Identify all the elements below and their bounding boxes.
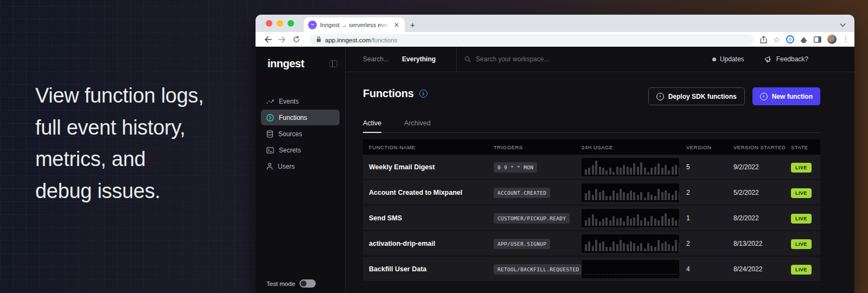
url-bar[interactable]: app.inngest.com/functions bbox=[310, 34, 754, 45]
sparkline-bar bbox=[647, 172, 649, 175]
function-row[interactable]: Backfill User DataRETOOL/BACKFILL.REQUES… bbox=[363, 257, 820, 282]
zoom-window-button[interactable] bbox=[288, 20, 294, 27]
sparkline-bar bbox=[661, 192, 663, 200]
sidebar-collapse-icon[interactable] bbox=[329, 60, 337, 67]
sparkline-bar bbox=[592, 246, 594, 251]
sparkline-bar bbox=[592, 165, 594, 175]
new-function-button[interactable]: › New function bbox=[752, 87, 820, 105]
usage-sparkline bbox=[582, 158, 679, 176]
hero-line: debug issues. bbox=[35, 175, 203, 207]
side-panel-icon[interactable] bbox=[814, 36, 821, 43]
hero-headline: View function logs, full event history, … bbox=[35, 80, 203, 207]
function-name: Weekly Email Digest bbox=[363, 163, 494, 171]
function-name: Account Created to Mixpanel bbox=[363, 189, 494, 196]
sidebar-item-label: Functions bbox=[279, 114, 307, 122]
sparkline-bar bbox=[616, 244, 618, 251]
tab-archived[interactable]: Archived bbox=[404, 119, 431, 132]
inngest-logo: inngest bbox=[267, 58, 304, 70]
sparkline-bar bbox=[599, 192, 601, 200]
trigger-cell: 0 9 * * MON bbox=[494, 162, 582, 173]
sparkline-bar bbox=[595, 189, 597, 200]
usage-sparkline bbox=[582, 183, 679, 202]
state-cell: LIVE bbox=[791, 238, 820, 249]
browser-window: ~ Inngest → serverless event-dri ✕ + ap bbox=[256, 15, 854, 293]
test-mode-toggle[interactable] bbox=[299, 279, 316, 288]
search-menu-label[interactable]: Search... bbox=[363, 55, 389, 63]
browser-tab[interactable]: ~ Inngest → serverless event-dri ✕ bbox=[304, 17, 405, 32]
info-icon[interactable]: i bbox=[419, 90, 427, 98]
sidebar-item-secrets[interactable]: Secrets bbox=[261, 142, 340, 158]
tabstrip-chevron-down-icon[interactable] bbox=[840, 20, 846, 29]
sparkline-bar bbox=[620, 168, 622, 174]
tab-close-icon[interactable]: ✕ bbox=[393, 21, 400, 29]
function-version: 2 bbox=[686, 240, 733, 247]
function-name: Backfill User Data bbox=[363, 265, 494, 273]
function-name: Send SMS bbox=[363, 214, 494, 222]
sparkline-bar bbox=[647, 221, 649, 225]
sidebar-item-sources[interactable]: Sources bbox=[261, 126, 340, 142]
share-icon[interactable] bbox=[760, 36, 767, 43]
function-version: 4 bbox=[686, 265, 733, 273]
forward-icon[interactable] bbox=[276, 36, 288, 43]
function-row[interactable]: Send SMSCUSTOMER/PICKUP.READY18/2/2022LI… bbox=[363, 206, 820, 231]
sparkline-bar bbox=[620, 240, 622, 251]
minimize-window-button[interactable] bbox=[277, 20, 283, 27]
sparkline-bar bbox=[668, 244, 670, 251]
sparkline-bar bbox=[588, 168, 590, 174]
sidebar-item-functions[interactable]: Functions bbox=[261, 110, 340, 125]
megaphone-icon bbox=[764, 56, 772, 63]
play-circle-icon: › bbox=[656, 93, 664, 100]
sparkline-bar bbox=[633, 163, 635, 174]
usage-cell bbox=[582, 260, 686, 278]
sparkline-bar bbox=[602, 168, 604, 174]
bookmark-star-icon[interactable]: ☆ bbox=[773, 36, 780, 43]
lock-icon bbox=[316, 36, 321, 42]
back-icon[interactable] bbox=[262, 36, 274, 43]
sparkline-bar bbox=[658, 163, 660, 174]
sparkline-bar bbox=[620, 218, 622, 226]
search-scope-everything[interactable]: Everything bbox=[402, 55, 436, 63]
sparkline-bar bbox=[605, 218, 608, 226]
sparkline-bar bbox=[650, 168, 653, 174]
status-badge: LIVE bbox=[791, 239, 812, 249]
sparkline-bar bbox=[675, 240, 677, 251]
sparkline-bar bbox=[602, 219, 604, 225]
play-circle-icon: › bbox=[760, 93, 768, 100]
sidebar-nav: Events Functions Sources Secrets bbox=[256, 93, 345, 174]
hero-line: full event history, bbox=[35, 112, 203, 144]
sparkline-bar bbox=[630, 190, 632, 200]
new-tab-button[interactable]: + bbox=[410, 20, 415, 29]
state-cell: LIVE bbox=[791, 213, 820, 224]
sidebar-item-users[interactable]: Users bbox=[261, 158, 340, 174]
sparkline-bar bbox=[605, 170, 608, 174]
reload-icon[interactable] bbox=[290, 36, 302, 43]
sparkline-bar bbox=[654, 196, 656, 200]
functions-page: Functions i › Deploy SDK functions › New… bbox=[346, 72, 854, 293]
workspace-topbar: Search... Everything Search your workspa… bbox=[346, 47, 854, 72]
sparkline-bar bbox=[633, 192, 635, 200]
sparkline-bar bbox=[602, 190, 604, 200]
profile-avatar[interactable] bbox=[827, 35, 837, 44]
feedback-link[interactable]: Feedback? bbox=[764, 55, 808, 63]
close-window-button[interactable] bbox=[266, 20, 272, 27]
sparkline-bar bbox=[627, 244, 629, 251]
browser-menu-kebab-icon[interactable]: ⋮ bbox=[843, 36, 849, 43]
function-row[interactable]: activation-drip-emailAPP/USER.SIGNUP28/1… bbox=[363, 231, 820, 257]
tab-title: Inngest → serverless event-dri bbox=[320, 22, 390, 28]
tab-active[interactable]: Active bbox=[363, 119, 381, 133]
extensions-puzzle-icon[interactable] bbox=[800, 36, 808, 43]
function-row[interactable]: Account Created to MixpanelACCOUNT.CREAT… bbox=[363, 180, 820, 206]
status-badge: LIVE bbox=[791, 163, 812, 173]
onepassword-extension-icon[interactable] bbox=[786, 35, 794, 43]
workspace-search-input[interactable]: Search your workspace... bbox=[476, 55, 549, 63]
function-row[interactable]: Weekly Email Digest0 9 * * MON59/2/2022L… bbox=[363, 155, 820, 180]
deploy-sdk-functions-button[interactable]: › Deploy SDK functions bbox=[648, 87, 745, 105]
sparkline-bar bbox=[650, 216, 653, 226]
trigger-cell: APP/USER.SIGNUP bbox=[494, 238, 582, 249]
sidebar-item-events[interactable]: Events bbox=[261, 93, 340, 109]
hero-line: View function logs, bbox=[35, 80, 203, 112]
updates-link[interactable]: Updates bbox=[720, 55, 744, 63]
sparkline-bar bbox=[637, 167, 639, 175]
window-controls bbox=[256, 15, 304, 32]
sparkline-bar bbox=[633, 243, 635, 251]
